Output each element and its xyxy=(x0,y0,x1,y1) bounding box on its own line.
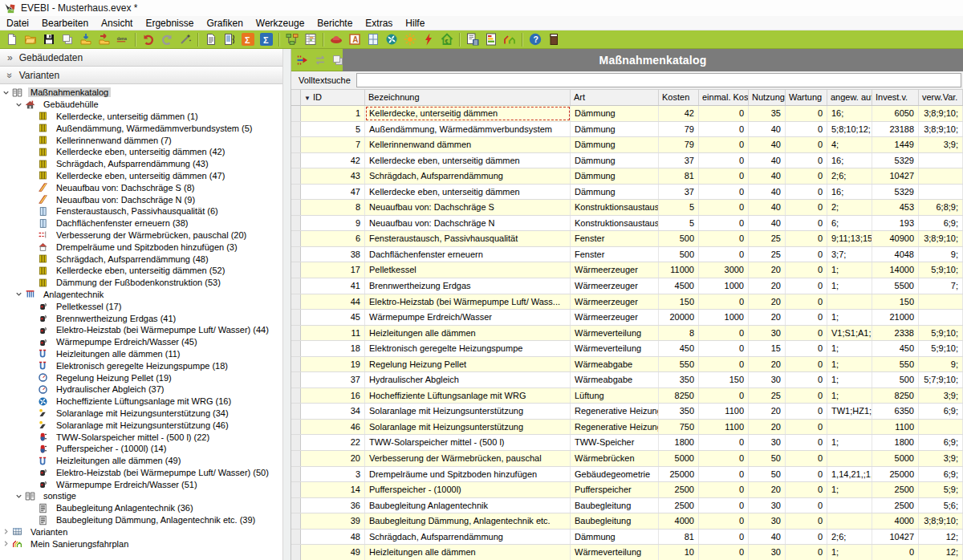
flowchart-button[interactable] xyxy=(282,32,301,47)
tree-item[interactable]: Kellerdecke, unterseitig dämmen (1) xyxy=(0,111,282,123)
cell-kosten[interactable]: 5000 xyxy=(659,451,699,466)
cell-angew-auf[interactable]: 1; xyxy=(827,310,872,325)
document-button[interactable] xyxy=(201,32,220,47)
tree-item[interactable]: Kellerdecke eben, unterseitig dämmen (47… xyxy=(0,170,282,182)
cell-nutzung[interactable]: 20 xyxy=(749,310,786,325)
cell-angew-auf[interactable]: 1; xyxy=(827,388,872,404)
cell-bezeichnung[interactable]: Heizleitungen alle dämmen xyxy=(365,545,571,560)
tree-item[interactable]: Kellerdecke eben, unterseitig dämmen (52… xyxy=(0,265,282,277)
table-row[interactable]: 48Schrägdach, AufsparrendämmungDämmung81… xyxy=(291,530,963,546)
cell-id[interactable]: 11 xyxy=(301,326,365,341)
cell-id[interactable]: 22 xyxy=(301,435,365,450)
menu-datei[interactable]: Datei xyxy=(0,17,35,30)
table-row[interactable]: 39Baubegleitung Dämmung, Anlagentechnik … xyxy=(291,513,963,530)
cell-kosten[interactable]: 4000 xyxy=(659,513,699,529)
cell-angew-auf[interactable]: TW1;HZ1; xyxy=(827,404,872,419)
cell-id[interactable]: 39 xyxy=(301,513,365,529)
tree-item[interactable]: Heizleitungen alle dämmen (49) xyxy=(0,455,282,467)
cell-id[interactable]: 3 xyxy=(301,467,365,482)
table-row[interactable]: 22TWW-Solarspeicher mittel - (500 l)TWW-… xyxy=(291,435,963,451)
save-button[interactable] xyxy=(39,32,58,47)
cell-verw-var-[interactable]: 6;8;9; xyxy=(919,200,963,215)
cell-wartung[interactable]: 0 xyxy=(786,262,827,278)
table-row[interactable]: 18Elektronisch geregelte HeizungspumpeWä… xyxy=(291,341,963,357)
cell-einmal-kos-[interactable]: 0 xyxy=(699,341,749,356)
tree-item[interactable]: Elektro-Heizstab (bei Wärmepumpe Luft/ W… xyxy=(0,467,282,479)
cell-verw-var-[interactable]: 12; xyxy=(919,545,963,560)
cell-einmal-kos-[interactable]: 0 xyxy=(699,545,749,560)
cell-art[interactable]: Wärmeerzeuger xyxy=(571,294,659,310)
cell-id[interactable]: 8 xyxy=(301,200,365,215)
cell-invest-v-[interactable]: 10427 xyxy=(872,530,919,545)
cell-wartung[interactable]: 0 xyxy=(786,278,827,294)
cell-id[interactable]: 37 xyxy=(301,372,365,388)
data-columns-button[interactable] xyxy=(220,32,238,47)
cell-bezeichnung[interactable]: Neuaufbau von: Dachschräge N xyxy=(365,216,571,231)
sigma-orange-button[interactable]: Σ xyxy=(238,32,257,47)
import-button[interactable] xyxy=(76,32,95,47)
cell-id[interactable]: 19 xyxy=(301,357,365,372)
cell-angew-auf[interactable] xyxy=(827,513,872,529)
magic-wand-button[interactable] xyxy=(176,32,194,47)
cell-verw-var-[interactable]: 5;6; xyxy=(919,498,963,513)
cell-kosten[interactable]: 350 xyxy=(659,404,699,419)
tree-item[interactable]: Dämmung der Fußbodenkonstruktion (53) xyxy=(0,277,282,289)
cell-id[interactable]: 46 xyxy=(301,420,365,435)
cell-nutzung[interactable]: 40 xyxy=(749,216,786,231)
column-header-0[interactable]: ▼ID xyxy=(301,90,365,105)
cell-nutzung[interactable]: 30 xyxy=(749,498,786,513)
cell-einmal-kos-[interactable]: 0 xyxy=(699,216,749,231)
cell-angew-auf[interactable]: 1; xyxy=(827,262,872,278)
menu-werkzeuge[interactable]: Werkzeuge xyxy=(250,17,311,30)
cell-einmal-kos-[interactable]: 0 xyxy=(699,231,749,246)
cell-einmal-kos-[interactable]: 150 xyxy=(699,372,749,388)
export-button[interactable] xyxy=(95,32,113,47)
cell-invest-v-[interactable]: 150 xyxy=(872,294,919,310)
menu-berichte[interactable]: Berichte xyxy=(311,17,359,30)
cell-bezeichnung[interactable]: Brennwertheizung Erdgas xyxy=(365,278,571,294)
cell-invest-v-[interactable]: 2500 xyxy=(872,482,919,497)
section-gebaeudedaten[interactable]: » Gebäudedaten xyxy=(0,49,282,67)
cell-angew-auf[interactable]: 2;6; xyxy=(827,530,872,545)
sun-button[interactable] xyxy=(400,32,419,47)
house-curve-button[interactable] xyxy=(500,32,518,47)
cell-angew-auf[interactable]: 9;11;13;15... xyxy=(827,231,872,246)
menu-bearbeiten[interactable]: Bearbeiten xyxy=(35,17,95,30)
cell-invest-v-[interactable]: 5500 xyxy=(872,278,919,294)
cell-bezeichnung[interactable]: Kellerdecke, unterseitig dämmen xyxy=(365,106,571,121)
cell-angew-auf[interactable] xyxy=(827,451,872,466)
cell-wartung[interactable]: 0 xyxy=(786,498,827,513)
cell-angew-auf[interactable] xyxy=(827,420,872,435)
cell-nutzung[interactable]: 30 xyxy=(749,326,786,341)
cell-wartung[interactable]: 0 xyxy=(786,451,827,466)
cell-art[interactable]: TWW-Speicher xyxy=(571,435,659,450)
cell-invest-v-[interactable]: 5329 xyxy=(872,153,919,168)
table-row[interactable]: 11Heizleitungen alle dämmenWärmeverteilu… xyxy=(291,326,963,342)
cell-id[interactable]: 1 xyxy=(301,106,365,121)
cell-verw-var-[interactable]: 3;9; xyxy=(919,137,963,152)
table-row[interactable]: 47Kellerdecke eben, unterseitig dämmenDä… xyxy=(291,185,963,201)
tree-item[interactable]: Anlagentechnik xyxy=(0,289,282,301)
cell-id[interactable]: 36 xyxy=(301,498,365,513)
cell-wartung[interactable]: 0 xyxy=(786,168,827,184)
cell-art[interactable]: Gebäudegeometrie xyxy=(571,467,659,482)
cell-einmal-kos-[interactable]: 0 xyxy=(699,498,749,513)
cell-wartung[interactable]: 0 xyxy=(786,200,827,215)
house-euro-button[interactable]: € xyxy=(437,32,456,47)
cell-bezeichnung[interactable]: Schrägdach, Aufsparrendämmung xyxy=(365,530,571,545)
cell-invest-v-[interactable]: 10427 xyxy=(872,168,919,184)
cell-art[interactable]: Wärmeverteilung xyxy=(571,545,659,560)
cell-invest-v-[interactable]: 21000 xyxy=(872,310,919,325)
help-button[interactable]: ? xyxy=(526,32,544,47)
tree-item[interactable]: Hydraulischer Abgleich (37) xyxy=(0,383,282,396)
cell-einmal-kos-[interactable]: 3000 xyxy=(699,262,749,278)
fan-teal-button[interactable] xyxy=(382,32,400,47)
cell-bezeichnung[interactable]: Kellerinnenwand dämmen xyxy=(365,137,571,152)
column-header-5[interactable]: Nutzung xyxy=(749,90,786,105)
cell-bezeichnung[interactable]: Regelung Heizung Pellet xyxy=(365,357,571,372)
tree-item[interactable]: Baubegleitung Dämmung, Anlagentechnik et… xyxy=(0,514,282,526)
cell-einmal-kos-[interactable]: 0 xyxy=(699,200,749,215)
cell-verw-var-[interactable]: 12; xyxy=(919,530,963,545)
cell-verw-var-[interactable]: 6;9; xyxy=(919,467,963,482)
cell-wartung[interactable]: 0 xyxy=(786,530,827,545)
